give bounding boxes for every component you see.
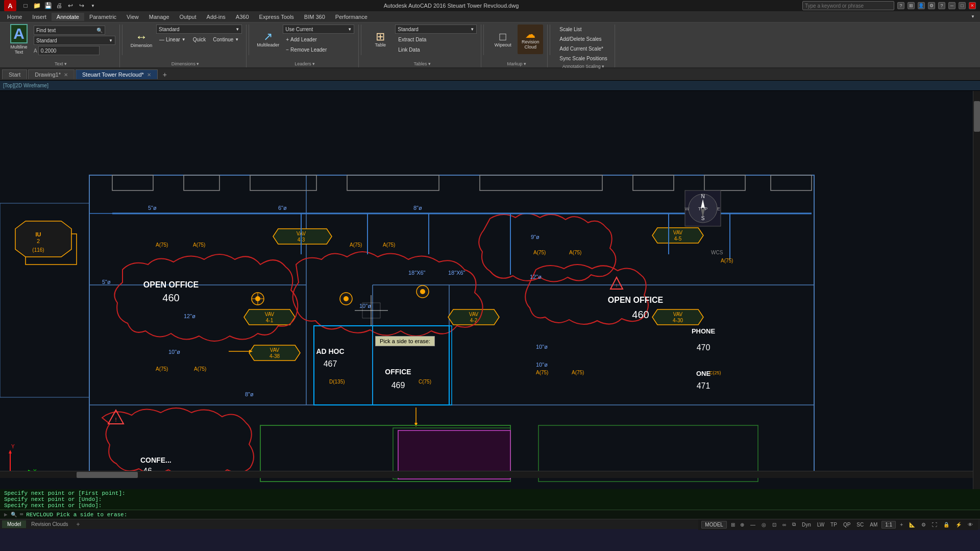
- help-btn[interactable]: ?: [938, 2, 945, 9]
- vertical-scrollbar[interactable]: [973, 91, 980, 489]
- table-icon: ⊞: [376, 31, 385, 42]
- model-tab[interactable]: Model: [2, 520, 26, 528]
- linear-dim-btn[interactable]: — Linear ▼: [156, 35, 189, 44]
- qat-dropdown[interactable]: ▼: [88, 1, 98, 11]
- otrack-btn[interactable]: ∞: [780, 522, 788, 528]
- quick-dim-btn[interactable]: Quick: [190, 35, 209, 44]
- add-delete-scales-btn[interactable]: Add/Delete Scales: [556, 34, 610, 43]
- close-drawing1-btn[interactable]: ✕: [64, 72, 68, 78]
- add-current-scale-btn[interactable]: Add Current Scale*: [556, 44, 610, 53]
- scale-btn[interactable]: 1:1: [881, 521, 896, 529]
- print-btn[interactable]: 🖨: [54, 1, 64, 11]
- model-space-btn[interactable]: MODEL: [701, 521, 727, 529]
- search-input[interactable]: [802, 1, 894, 10]
- undo-btn[interactable]: ↩: [65, 1, 76, 11]
- menu-view[interactable]: View: [121, 13, 144, 21]
- svg-text:460: 460: [162, 292, 179, 303]
- ribbon-controls[interactable]: ▼: [968, 12, 978, 22]
- lock-ui-btn[interactable]: 🔒: [941, 522, 951, 528]
- osnap-btn[interactable]: ⊡: [770, 522, 778, 528]
- canvas-area[interactable]: IU 2 (116) VAV 4-3 VAV 4-1 VAV 4-38 VAV …: [0, 91, 980, 489]
- app-menu-button[interactable]: A: [4, 0, 16, 11]
- remove-leader-btn[interactable]: − Remove Leader: [283, 45, 354, 54]
- continue-dim-btn[interactable]: Continue ▼: [210, 35, 242, 44]
- table-label: Table: [375, 42, 386, 47]
- doc-tab-steuart[interactable]: Steuart Tower Revcloud* ✕: [76, 69, 158, 79]
- svg-text:W: W: [685, 206, 690, 211]
- qp-btn[interactable]: QP: [841, 522, 852, 528]
- tp-btn[interactable]: TP: [828, 522, 839, 528]
- lw-btn[interactable]: LW: [815, 522, 826, 528]
- horizontal-scrollbar[interactable]: [0, 471, 973, 478]
- add-doc-tab-btn[interactable]: +: [159, 69, 171, 80]
- link-data-btn[interactable]: Link Data: [395, 45, 477, 54]
- wipeout-btn[interactable]: □ Wipeout: [490, 25, 516, 54]
- text-height-input[interactable]: 0.2000: [38, 46, 100, 55]
- close-btn[interactable]: ✕: [969, 2, 976, 9]
- multiline-text-btn[interactable]: A MultilineText: [6, 25, 32, 54]
- minimize-btn[interactable]: ─: [948, 2, 955, 9]
- menu-parametric[interactable]: Parametric: [84, 13, 121, 21]
- polar-btn[interactable]: ◎: [760, 522, 768, 528]
- text-style-dropdown[interactable]: Standard ▼: [34, 36, 115, 45]
- sync-scale-btn[interactable]: Sync Scale Positions: [556, 54, 610, 63]
- ortho-btn[interactable]: —: [748, 522, 757, 528]
- menu-insert[interactable]: Insert: [27, 13, 52, 21]
- table-style-dropdown[interactable]: Standard ▼: [395, 25, 477, 34]
- menu-output[interactable]: Output: [175, 13, 202, 21]
- table-btn[interactable]: ⊞ Table: [368, 25, 393, 54]
- am-btn[interactable]: AM: [868, 522, 879, 528]
- hardware-accel-btn[interactable]: ⚡: [953, 522, 964, 528]
- revision-cloud-icon: ☁: [525, 29, 535, 39]
- sc-btn[interactable]: SC: [854, 522, 866, 528]
- ducs-btn[interactable]: ⧉: [790, 521, 798, 528]
- close-steuart-btn[interactable]: ✕: [147, 72, 151, 78]
- user-btn[interactable]: 👤: [918, 2, 925, 9]
- menu-manage[interactable]: Manage: [144, 13, 175, 21]
- menu-a360[interactable]: A360: [231, 13, 254, 21]
- dimension-btn[interactable]: ↔ Dimension: [129, 25, 154, 54]
- isolate-btn[interactable]: 👁: [966, 522, 975, 528]
- horizontal-scroll-thumb[interactable]: [77, 472, 138, 478]
- settings-btn[interactable]: ⚙: [928, 2, 935, 9]
- snap-btn[interactable]: ⊕: [738, 522, 746, 528]
- menu-express[interactable]: Express Tools: [254, 13, 299, 21]
- doc-tab-start[interactable]: Start: [2, 69, 27, 79]
- dim-style-dropdown[interactable]: Standard ▼: [156, 25, 242, 34]
- svg-text:12"ø: 12"ø: [530, 274, 542, 280]
- maximize-btn[interactable]: □: [959, 2, 966, 9]
- annotate-scale-btn[interactable]: 📐: [907, 522, 917, 528]
- svg-text:A(75): A(75): [569, 250, 581, 255]
- svg-text:10"ø: 10"ø: [168, 349, 180, 355]
- extract-data-btn[interactable]: Extract Data: [395, 35, 477, 44]
- info-btn[interactable]: ?: [897, 2, 904, 9]
- text-height-icon: A: [34, 48, 37, 54]
- dyn-btn[interactable]: Dyn: [800, 522, 813, 528]
- redo-btn[interactable]: ↪: [77, 1, 87, 11]
- menu-bim360[interactable]: BIM 360: [299, 13, 330, 21]
- find-text-dropdown[interactable]: Find text 🔍: [34, 26, 105, 35]
- doc-tab-drawing1[interactable]: Drawing1* ✕: [28, 69, 75, 79]
- add-layout-btn[interactable]: +: [74, 521, 83, 528]
- scale-list-btn[interactable]: Scale List: [556, 25, 610, 34]
- svg-text:C(25): C(25): [709, 370, 721, 375]
- menu-performance[interactable]: Performance: [330, 13, 373, 21]
- fullscreen-btn[interactable]: ⛶: [930, 522, 939, 528]
- revision-cloud-btn[interactable]: ☁ RevisionCloud: [518, 25, 543, 54]
- open-file-btn[interactable]: 📁: [32, 1, 42, 11]
- command-line[interactable]: ▶ 🔍 ⌨ REVCLOUD Pick a side to erase:: [0, 510, 980, 519]
- zoom-btn[interactable]: +: [898, 522, 905, 528]
- network-btn[interactable]: ⊞: [908, 2, 915, 9]
- menu-home[interactable]: Home: [2, 13, 27, 21]
- multileader-btn[interactable]: ↗ Multileader: [255, 25, 281, 54]
- vertical-scroll-thumb[interactable]: [974, 101, 980, 132]
- save-btn[interactable]: 💾: [43, 1, 53, 11]
- leader-style-dropdown[interactable]: Use Current ▼: [283, 25, 354, 34]
- menu-addins[interactable]: Add-ins: [202, 13, 231, 21]
- add-leader-btn[interactable]: + Add Leader: [283, 35, 354, 44]
- grid-btn[interactable]: ⊞: [729, 522, 737, 528]
- new-file-btn[interactable]: □: [20, 1, 31, 11]
- workspace-btn[interactable]: ⚙: [919, 522, 928, 528]
- revision-clouds-tab[interactable]: Revision Clouds: [26, 520, 73, 528]
- menu-annotate[interactable]: Annotate: [52, 13, 84, 21]
